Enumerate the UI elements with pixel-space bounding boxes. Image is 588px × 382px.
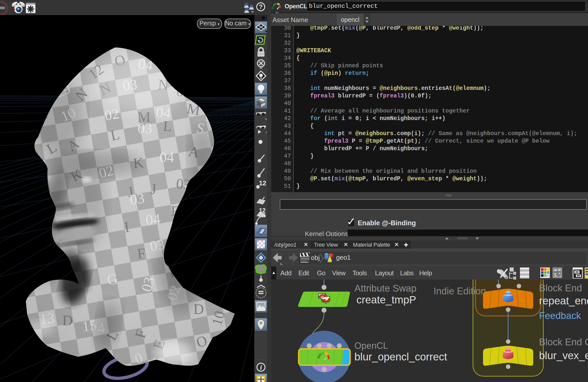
svg-text:?: ? [259,3,263,11]
svg-text:Block End: Block End [539,283,582,293]
svg-text:blur_opencl_correct: blur_opencl_correct [354,351,447,363]
svg-text:i: i [260,364,262,371]
svg-text:blur_vex_e: blur_vex_e [539,350,588,361]
svg-text:create_tmpP: create_tmpP [356,294,416,306]
svg-text:geo1: geo1 [336,254,351,261]
svg-text:12: 12 [259,179,266,187]
svg-text:repeat_end: repeat_end [539,295,588,307]
svg-text:Indie Edition: Indie Edition [434,286,486,296]
svg-text:OpenCL: OpenCL [354,341,388,351]
svg-text:12: 12 [259,207,266,214]
svg-text:Feedback: Feedback [539,310,581,321]
svg-text:Attribute Swap: Attribute Swap [354,283,416,294]
svg-text:Block End C: Block End C [539,337,588,347]
svg-text:obj: obj [311,254,320,261]
